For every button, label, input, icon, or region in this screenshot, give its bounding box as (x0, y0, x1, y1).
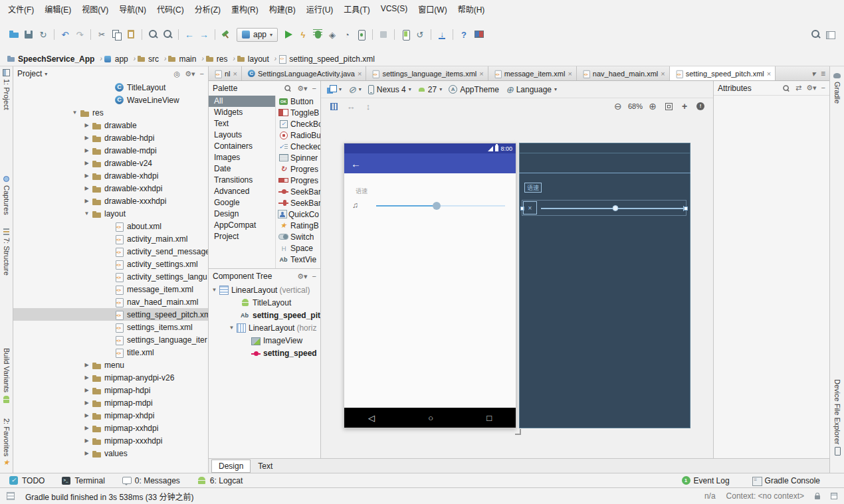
project-tree-item[interactable]: drawable (13, 119, 208, 131)
menu-run[interactable]: 运行(U) (301, 2, 339, 16)
toolwindow-build-variants[interactable]: Build Variants (2, 346, 11, 405)
status-message[interactable]: Gradle build finished in 3s 538ms (33 分钟… (25, 491, 193, 502)
tree-expander-icon[interactable] (82, 135, 91, 141)
tab-dropdown-icon[interactable]: ▾ (811, 69, 815, 78)
tab-close-icon[interactable]: × (479, 70, 483, 78)
toolwindow-structure[interactable]: 7: Structure (2, 225, 11, 278)
locate-icon[interactable]: ◎ (174, 70, 181, 78)
save-icon[interactable] (22, 28, 35, 41)
pan-icon[interactable] (679, 100, 690, 112)
run-icon[interactable] (282, 28, 295, 41)
menu-code[interactable]: 代码(C) (152, 2, 189, 16)
blueprint-speed-label[interactable]: 语速 (524, 183, 542, 193)
menu-help[interactable]: 帮助(H) (453, 2, 490, 16)
tree-expander-icon[interactable] (82, 362, 91, 368)
resize-vertical-icon[interactable] (362, 100, 374, 112)
project-tree-item[interactable]: layout (13, 207, 208, 220)
widget-textview[interactable]: TextVie (276, 254, 320, 265)
menu-refactor[interactable]: 重构(R) (226, 2, 264, 16)
widget-progressbar[interactable]: Progres (276, 163, 320, 175)
undo-icon[interactable] (58, 28, 72, 41)
menu-tools[interactable]: 工具(T) (338, 2, 375, 16)
breadcrumb-item[interactable]: res › (205, 54, 235, 64)
menu-edit[interactable]: 编辑(E) (39, 2, 76, 16)
sep-icon[interactable] (212, 28, 218, 41)
palette-category[interactable]: Project (209, 231, 275, 242)
toolwindow-project[interactable]: 1: Project (2, 66, 11, 112)
breadcrumb-item[interactable]: main › (167, 54, 203, 64)
avd-manager-icon[interactable] (399, 28, 412, 41)
widget-progressbar-horizontal[interactable]: Progres (276, 175, 320, 186)
project-tree-item[interactable]: drawable-v24 (13, 157, 208, 169)
widget-spinner[interactable]: Spinner (276, 152, 320, 163)
tab-close-icon[interactable]: × (233, 70, 237, 78)
breadcrumb-item[interactable]: SpeechService_App › (7, 54, 102, 64)
paste-icon[interactable] (124, 28, 138, 41)
project-tree-item[interactable]: mipmap-xxxhdpi (13, 434, 208, 447)
project-tree-item[interactable]: title.xml (13, 346, 208, 359)
tab-close-icon[interactable]: × (358, 70, 362, 78)
widget-radiobutton[interactable]: RadioBu (276, 129, 320, 141)
resize-grip-icon[interactable] (515, 429, 521, 435)
tree-expander-icon[interactable] (82, 210, 91, 216)
breadcrumb-item[interactable]: layout › (237, 54, 276, 64)
stop-icon[interactable] (377, 28, 390, 41)
project-tree-item[interactable]: activity_settings_langu (13, 270, 208, 283)
preview-seekbar[interactable] (376, 205, 505, 207)
widget-switch[interactable]: Switch (276, 231, 320, 242)
project-tree-item[interactable]: settings_language_iter (13, 333, 208, 346)
menu-window[interactable]: 窗口(W) (413, 2, 452, 16)
tree-expander-icon[interactable] (82, 198, 91, 204)
monitor-icon[interactable] (472, 28, 485, 41)
preview-speed-label[interactable]: 语速 (356, 187, 368, 195)
tree-expander-icon[interactable] (70, 110, 79, 116)
project-tree-item[interactable]: activity_send_message (13, 245, 208, 258)
blueprint-imageview[interactable]: × (523, 201, 537, 214)
project-tree-item[interactable]: values (13, 447, 208, 460)
tree-expander-icon[interactable] (82, 375, 91, 380)
tab-close-icon[interactable]: × (661, 70, 665, 78)
mode-tab-design[interactable]: Design (211, 460, 251, 473)
editor-tab[interactable]: message_item.xml × (488, 66, 577, 80)
sdk-manager-icon[interactable] (435, 28, 449, 41)
widget-space[interactable]: Space (276, 242, 320, 254)
nav-back-icon[interactable] (183, 28, 196, 41)
menu-analyze[interactable]: 分析(Z) (189, 2, 226, 16)
nav-forward-icon[interactable] (197, 28, 211, 41)
sep-icon[interactable] (369, 28, 375, 41)
palette-category[interactable]: Advanced (209, 186, 275, 197)
hide-panel-icon[interactable]: − (312, 273, 316, 280)
mode-tab-text[interactable]: Text (251, 460, 280, 473)
search-icon[interactable] (782, 84, 790, 92)
project-tree-item[interactable]: mipmap-hdpi (13, 384, 208, 396)
gear-icon[interactable]: ⚙▾ (185, 70, 195, 78)
project-tree-item[interactable]: activity_main.xml (13, 232, 208, 245)
search-everywhere-icon[interactable] (809, 28, 822, 41)
tree-expander-icon[interactable] (82, 122, 91, 128)
project-tree-item[interactable]: TitleLayout (13, 81, 208, 94)
menu-vcs[interactable]: VCS(S) (375, 3, 413, 15)
breadcrumb-item[interactable]: src › (137, 54, 166, 64)
menu-navigate[interactable]: 导航(N) (114, 2, 152, 16)
widget-quickcontactbadge[interactable]: QuickCo (276, 209, 320, 220)
hide-panel-icon[interactable]: − (821, 84, 825, 92)
zoom-in-icon[interactable] (647, 100, 659, 112)
zoom-fit-icon[interactable] (663, 100, 675, 112)
design-preview-phone[interactable]: 8:00 ← 语速 ♫ (344, 143, 516, 428)
blueprint-seekbar-thumb[interactable] (612, 205, 618, 211)
tree-expander-icon[interactable] (82, 147, 91, 153)
help-icon[interactable] (457, 28, 471, 41)
sep-icon[interactable] (139, 28, 145, 41)
widget-togglebutton[interactable]: ToggleB (276, 107, 320, 118)
comptree-titlelayout[interactable]: TitleLayout (209, 296, 320, 309)
project-tree-item[interactable]: nav_haed_main.xml (13, 295, 208, 308)
toolwindow-device-file-explorer[interactable]: Device File Explorer (833, 377, 841, 457)
back-arrow-icon[interactable]: ← (351, 158, 361, 169)
tree-expander-icon[interactable] (82, 185, 91, 191)
toolwindow-quick-access-icon[interactable] (7, 492, 15, 500)
render-issues-icon[interactable] (694, 100, 706, 112)
comptree-linearlayout-horizontal[interactable]: LinearLayout (horiz (209, 321, 320, 334)
tree-expander-icon[interactable] (82, 400, 91, 406)
project-tree-item[interactable]: mipmap-xhdpi (13, 409, 208, 422)
project-tree-item[interactable]: setting_speed_pitch.xml (13, 308, 208, 321)
